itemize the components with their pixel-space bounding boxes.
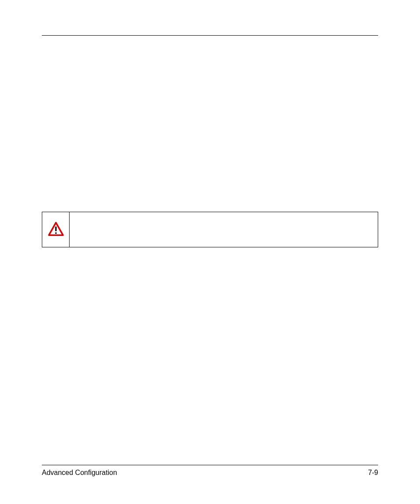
warning-box bbox=[42, 212, 378, 247]
svg-rect-2 bbox=[55, 232, 56, 234]
footer-right: 7-9 bbox=[368, 469, 378, 477]
warning-icon-cell bbox=[42, 212, 70, 247]
bottom-horizontal-rule bbox=[42, 465, 378, 465]
warning-triangle-icon bbox=[48, 222, 64, 236]
warning-text-cell bbox=[70, 212, 378, 247]
footer-left: Advanced Configuration bbox=[42, 469, 117, 477]
svg-rect-1 bbox=[55, 226, 56, 231]
top-horizontal-rule bbox=[42, 35, 378, 36]
